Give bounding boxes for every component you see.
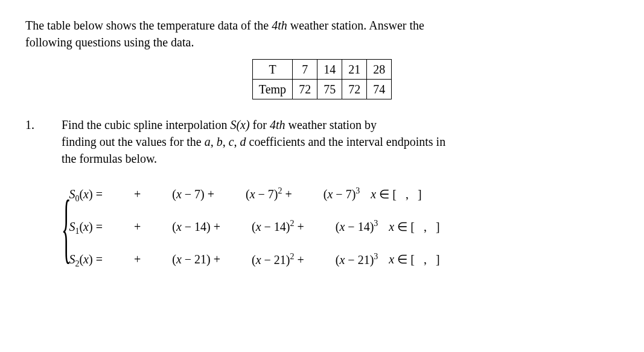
data-table: T 7 14 21 28 Temp 72 75 72 74 <box>252 59 392 99</box>
table-header-temp: Temp <box>252 80 292 99</box>
q-ordinal: 4th <box>270 118 285 131</box>
table-cell: 7 <box>293 60 317 80</box>
q-lead-c: weather station by <box>285 118 377 131</box>
table-cell: 21 <box>342 60 367 80</box>
table-header-t: T <box>252 60 292 80</box>
intro-text-b: weather station. Answer the <box>287 19 424 32</box>
spline-system: { S0(x) =+(x − 7) +(x − 7)2 +(x − 7)3x ∈… <box>62 185 619 270</box>
q-lead-a: Find the cubic spline interpolation <box>62 118 230 131</box>
q-lead-b: for <box>250 118 270 131</box>
spline-piece: S0(x) =+(x − 7) +(x − 7)2 +(x − 7)3x ∈ [… <box>69 185 439 204</box>
q-lead-fn: S(x) <box>230 118 249 131</box>
left-brace-icon: { <box>62 192 71 263</box>
spline-piece: S1(x) =+(x − 14) +(x − 14)2 +(x − 14)3x … <box>69 218 439 237</box>
table-cell: 14 <box>317 60 342 80</box>
q-line3: the formulas below. <box>62 152 157 165</box>
table-cell: 72 <box>342 80 367 99</box>
intro-text-a: The table below shows the temperature da… <box>25 19 272 32</box>
spline-piece: S2(x) =+(x − 21) +(x − 21)2 +(x − 21)3x … <box>69 251 439 270</box>
table-cell: 74 <box>367 80 392 99</box>
question-number: 1. <box>25 116 62 167</box>
question-row: 1. Find the cubic spline interpolation S… <box>25 116 619 167</box>
table-row: T 7 14 21 28 <box>252 60 391 80</box>
spline-pieces: S0(x) =+(x − 7) +(x − 7)2 +(x − 7)3x ∈ [… <box>69 185 439 270</box>
q-line2-a: finding out the values for the <box>62 135 205 148</box>
q-line2-b: coefficients and the interval endpoints … <box>246 135 446 148</box>
table-row: Temp 72 75 72 74 <box>252 80 391 99</box>
intro-ordinal: 4th <box>272 19 287 32</box>
table-cell: 28 <box>367 60 392 80</box>
intro-paragraph: The table below shows the temperature da… <box>25 17 619 51</box>
table-cell: 75 <box>317 80 342 99</box>
question-text: Find the cubic spline interpolation S(x)… <box>62 116 619 167</box>
intro-text-c: following questions using the data. <box>25 36 194 49</box>
table-cell: 72 <box>293 80 317 99</box>
q-coeffs: a, b, c, d <box>205 135 246 148</box>
